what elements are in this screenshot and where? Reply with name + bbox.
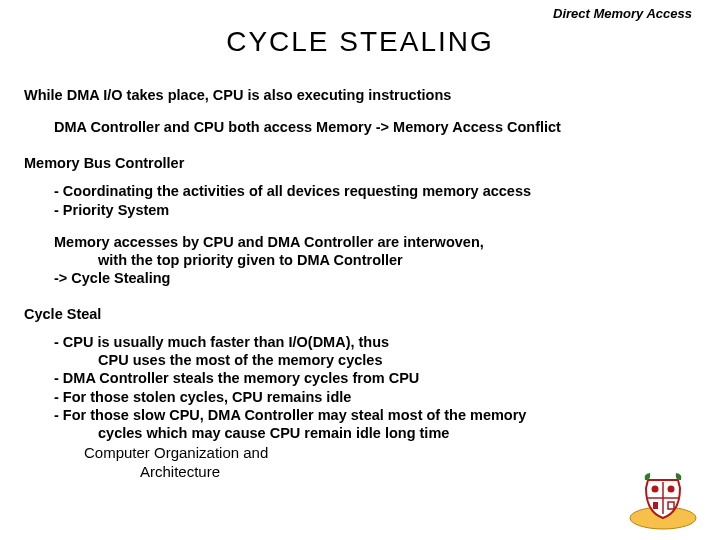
- text-line: -> Cycle Stealing: [54, 269, 696, 287]
- course-line-1: Computer Organization and: [84, 444, 696, 463]
- section2-bullets: - CPU is usually much faster than I/O(DM…: [54, 333, 696, 481]
- section1-bullets: - Coordinating the activities of all dev…: [54, 182, 696, 218]
- slide-body: While DMA I/O takes place, CPU is also e…: [24, 86, 696, 481]
- intro-line-2: DMA Controller and CPU both access Memor…: [54, 118, 696, 136]
- course-line-2: Architecture: [84, 463, 696, 482]
- svg-rect-5: [653, 502, 658, 509]
- intro-line-1: While DMA I/O takes place, CPU is also e…: [24, 86, 696, 104]
- bullet: - DMA Controller steals the memory cycle…: [54, 369, 696, 387]
- text-line: Memory accesses by CPU and DMA Controlle…: [54, 233, 696, 251]
- header-topic: Direct Memory Access: [553, 6, 692, 21]
- section-heading-cycle-steal: Cycle Steal: [24, 305, 696, 323]
- text-line: with the top priority given to DMA Contr…: [54, 251, 696, 269]
- bullet: - For those slow CPU, DMA Controller may…: [54, 406, 696, 424]
- course-footer: Computer Organization and Architecture: [84, 444, 696, 482]
- bullet: - For those stolen cycles, CPU remains i…: [54, 388, 696, 406]
- section1-paragraph: Memory accesses by CPU and DMA Controlle…: [54, 233, 696, 287]
- crest-logo-icon: [628, 468, 698, 530]
- bullet-cont: cycles which may cause CPU remain idle l…: [54, 424, 696, 442]
- slide-title: CYCLE STEALING: [0, 26, 720, 58]
- svg-point-3: [652, 486, 659, 493]
- bullet: - Coordinating the activities of all dev…: [54, 182, 696, 200]
- bullet-cont: CPU uses the most of the memory cycles: [54, 351, 696, 369]
- bullet: - Priority System: [54, 201, 696, 219]
- section-heading-memory-bus: Memory Bus Controller: [24, 154, 696, 172]
- bullet: - CPU is usually much faster than I/O(DM…: [54, 333, 696, 351]
- svg-point-4: [668, 486, 675, 493]
